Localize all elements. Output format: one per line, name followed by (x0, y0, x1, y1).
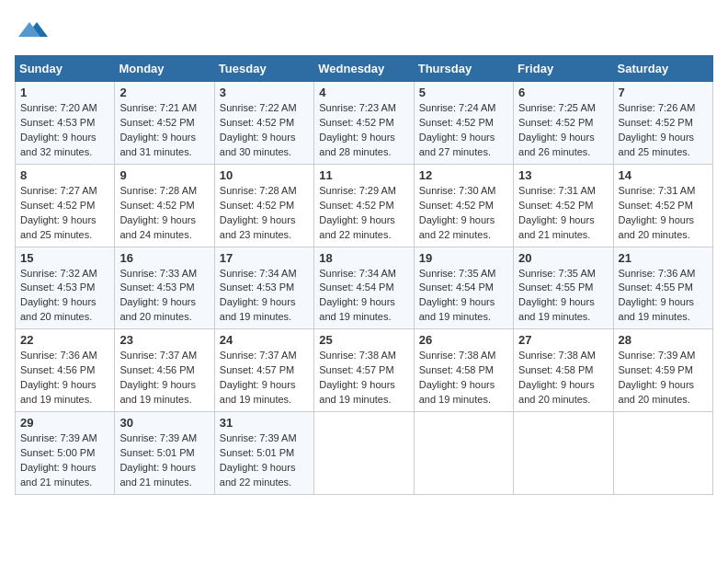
day-number: 30 (119, 416, 209, 430)
week-row-3: 15Sunrise: 7:32 AM Sunset: 4:53 PM Dayli… (16, 247, 713, 329)
day-number: 9 (119, 168, 209, 182)
day-number: 5 (419, 86, 508, 99)
day-cell-12: 12Sunrise: 7:30 AM Sunset: 4:52 PM Dayli… (414, 164, 513, 247)
col-header-wednesday: Wednesday (314, 56, 414, 82)
day-cell-3: 3Sunrise: 7:22 AM Sunset: 4:52 PM Daylig… (214, 82, 313, 165)
day-cell-9: 9Sunrise: 7:28 AM Sunset: 4:52 PM Daylig… (115, 164, 214, 247)
day-info: Sunrise: 7:28 AM Sunset: 4:52 PM Dayligh… (119, 185, 197, 240)
day-info: Sunrise: 7:35 AM Sunset: 4:55 PM Dayligh… (518, 268, 596, 323)
day-cell-26: 26Sunrise: 7:38 AM Sunset: 4:58 PM Dayli… (414, 329, 513, 412)
week-row-1: 1Sunrise: 7:20 AM Sunset: 4:53 PM Daylig… (16, 82, 713, 165)
day-info: Sunrise: 7:39 AM Sunset: 5:01 PM Dayligh… (119, 432, 197, 488)
day-cell-27: 27Sunrise: 7:38 AM Sunset: 4:58 PM Dayli… (514, 329, 613, 412)
day-cell-10: 10Sunrise: 7:28 AM Sunset: 4:52 PM Dayli… (214, 164, 313, 247)
day-number: 20 (518, 251, 608, 265)
calendar-header-row: SundayMondayTuesdayWednesdayThursdayFrid… (16, 56, 713, 82)
day-cell-18: 18Sunrise: 7:34 AM Sunset: 4:54 PM Dayli… (314, 247, 414, 329)
day-number: 16 (119, 251, 209, 265)
day-info: Sunrise: 7:34 AM Sunset: 4:53 PM Dayligh… (220, 268, 297, 323)
day-number: 7 (619, 86, 708, 99)
day-cell-21: 21Sunrise: 7:36 AM Sunset: 4:55 PM Dayli… (613, 247, 712, 329)
day-info: Sunrise: 7:39 AM Sunset: 5:00 PM Dayligh… (20, 432, 97, 488)
day-cell-11: 11Sunrise: 7:29 AM Sunset: 4:52 PM Dayli… (314, 164, 414, 247)
week-row-5: 29Sunrise: 7:39 AM Sunset: 5:00 PM Dayli… (16, 412, 713, 495)
day-info: Sunrise: 7:39 AM Sunset: 4:59 PM Dayligh… (619, 350, 696, 405)
day-cell-14: 14Sunrise: 7:31 AM Sunset: 4:52 PM Dayli… (613, 164, 712, 247)
day-info: Sunrise: 7:24 AM Sunset: 4:52 PM Dayligh… (419, 102, 496, 157)
day-info: Sunrise: 7:32 AM Sunset: 4:53 PM Dayligh… (20, 268, 97, 323)
day-cell-25: 25Sunrise: 7:38 AM Sunset: 4:57 PM Dayli… (314, 329, 414, 412)
day-number: 22 (20, 333, 109, 347)
day-info: Sunrise: 7:34 AM Sunset: 4:54 PM Dayligh… (319, 268, 396, 323)
day-cell-1: 1Sunrise: 7:20 AM Sunset: 4:53 PM Daylig… (16, 82, 115, 165)
empty-cell (414, 412, 513, 495)
day-number: 3 (220, 86, 309, 99)
empty-cell (314, 412, 414, 495)
day-number: 29 (20, 416, 109, 430)
day-info: Sunrise: 7:25 AM Sunset: 4:52 PM Dayligh… (518, 102, 596, 157)
day-number: 1 (20, 86, 109, 99)
day-info: Sunrise: 7:31 AM Sunset: 4:52 PM Dayligh… (518, 185, 596, 240)
day-number: 10 (220, 168, 309, 182)
day-info: Sunrise: 7:38 AM Sunset: 4:58 PM Dayligh… (419, 350, 496, 405)
day-number: 31 (220, 416, 309, 430)
day-info: Sunrise: 7:23 AM Sunset: 4:52 PM Dayligh… (319, 102, 396, 157)
day-number: 19 (419, 251, 508, 265)
day-number: 2 (119, 86, 209, 99)
empty-cell (514, 412, 613, 495)
day-number: 4 (319, 86, 408, 99)
day-number: 17 (220, 251, 309, 265)
day-info: Sunrise: 7:36 AM Sunset: 4:56 PM Dayligh… (20, 350, 97, 405)
day-number: 15 (20, 251, 109, 265)
day-cell-7: 7Sunrise: 7:26 AM Sunset: 4:52 PM Daylig… (613, 82, 712, 165)
day-number: 27 (518, 333, 608, 347)
day-number: 25 (319, 333, 408, 347)
day-cell-6: 6Sunrise: 7:25 AM Sunset: 4:52 PM Daylig… (514, 82, 613, 165)
day-info: Sunrise: 7:36 AM Sunset: 4:55 PM Dayligh… (619, 268, 696, 323)
day-info: Sunrise: 7:26 AM Sunset: 4:52 PM Dayligh… (619, 102, 696, 157)
day-cell-19: 19Sunrise: 7:35 AM Sunset: 4:54 PM Dayli… (414, 247, 513, 329)
day-number: 11 (319, 168, 408, 182)
day-info: Sunrise: 7:38 AM Sunset: 4:58 PM Dayligh… (518, 350, 596, 405)
empty-cell (613, 412, 712, 495)
day-cell-30: 30Sunrise: 7:39 AM Sunset: 5:01 PM Dayli… (115, 412, 214, 495)
logo-icon (18, 15, 48, 44)
week-row-2: 8Sunrise: 7:27 AM Sunset: 4:52 PM Daylig… (16, 164, 713, 247)
col-header-sunday: Sunday (16, 56, 115, 82)
day-info: Sunrise: 7:39 AM Sunset: 5:01 PM Dayligh… (220, 432, 297, 488)
day-info: Sunrise: 7:29 AM Sunset: 4:52 PM Dayligh… (319, 185, 396, 240)
day-number: 21 (619, 251, 708, 265)
col-header-saturday: Saturday (613, 56, 712, 82)
day-info: Sunrise: 7:30 AM Sunset: 4:52 PM Dayligh… (419, 185, 496, 240)
day-number: 8 (20, 168, 109, 182)
day-cell-16: 16Sunrise: 7:33 AM Sunset: 4:53 PM Dayli… (115, 247, 214, 329)
day-info: Sunrise: 7:33 AM Sunset: 4:53 PM Dayligh… (119, 268, 197, 323)
day-cell-4: 4Sunrise: 7:23 AM Sunset: 4:52 PM Daylig… (314, 82, 414, 165)
day-cell-13: 13Sunrise: 7:31 AM Sunset: 4:52 PM Dayli… (514, 164, 613, 247)
day-info: Sunrise: 7:31 AM Sunset: 4:52 PM Dayligh… (619, 185, 696, 240)
day-info: Sunrise: 7:22 AM Sunset: 4:52 PM Dayligh… (220, 102, 297, 157)
day-cell-24: 24Sunrise: 7:37 AM Sunset: 4:57 PM Dayli… (214, 329, 313, 412)
day-number: 12 (419, 168, 508, 182)
day-info: Sunrise: 7:28 AM Sunset: 4:52 PM Dayligh… (220, 185, 297, 240)
day-number: 6 (518, 86, 608, 99)
day-number: 26 (419, 333, 508, 347)
day-cell-8: 8Sunrise: 7:27 AM Sunset: 4:52 PM Daylig… (16, 164, 115, 247)
day-cell-5: 5Sunrise: 7:24 AM Sunset: 4:52 PM Daylig… (414, 82, 513, 165)
day-info: Sunrise: 7:37 AM Sunset: 4:57 PM Dayligh… (220, 350, 297, 405)
day-cell-22: 22Sunrise: 7:36 AM Sunset: 4:56 PM Dayli… (16, 329, 115, 412)
day-info: Sunrise: 7:21 AM Sunset: 4:52 PM Dayligh… (119, 102, 197, 157)
page-header (15, 15, 713, 44)
day-number: 23 (119, 333, 209, 347)
day-cell-28: 28Sunrise: 7:39 AM Sunset: 4:59 PM Dayli… (613, 329, 712, 412)
day-info: Sunrise: 7:35 AM Sunset: 4:54 PM Dayligh… (419, 268, 496, 323)
day-cell-15: 15Sunrise: 7:32 AM Sunset: 4:53 PM Dayli… (16, 247, 115, 329)
day-number: 18 (319, 251, 408, 265)
day-cell-29: 29Sunrise: 7:39 AM Sunset: 5:00 PM Dayli… (16, 412, 115, 495)
day-info: Sunrise: 7:38 AM Sunset: 4:57 PM Dayligh… (319, 350, 396, 405)
col-header-friday: Friday (514, 56, 613, 82)
day-info: Sunrise: 7:37 AM Sunset: 4:56 PM Dayligh… (119, 350, 197, 405)
col-header-monday: Monday (115, 56, 214, 82)
day-number: 28 (619, 333, 708, 347)
day-number: 14 (619, 168, 708, 182)
